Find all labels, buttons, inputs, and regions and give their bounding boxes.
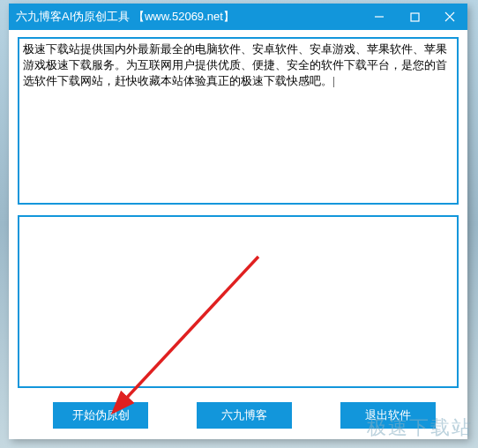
- minimize-button[interactable]: [362, 4, 397, 30]
- client-area: 开始伪原创 六九博客 退出软件: [9, 30, 467, 437]
- button-row: 开始伪原创 六九博客 退出软件: [18, 402, 459, 429]
- blog-button[interactable]: 六九博客: [197, 402, 292, 429]
- maximize-icon: [410, 12, 420, 22]
- window-title: 六九博客AI伪原创工具 【www.52069.net】: [16, 9, 235, 25]
- close-icon: [444, 11, 455, 22]
- minimize-icon: [374, 11, 385, 22]
- window-controls: [362, 4, 467, 30]
- svg-rect-1: [411, 13, 419, 21]
- close-button[interactable]: [432, 4, 467, 30]
- start-button[interactable]: 开始伪原创: [53, 402, 148, 429]
- app-window: 六九博客AI伪原创工具 【www.52069.net】 开始伪原创 六九博客 退…: [9, 4, 467, 439]
- source-textarea[interactable]: [18, 37, 459, 205]
- maximize-button[interactable]: [397, 4, 432, 30]
- titlebar: 六九博客AI伪原创工具 【www.52069.net】: [9, 4, 467, 30]
- result-textarea[interactable]: [18, 215, 459, 388]
- exit-button[interactable]: 退出软件: [340, 402, 436, 429]
